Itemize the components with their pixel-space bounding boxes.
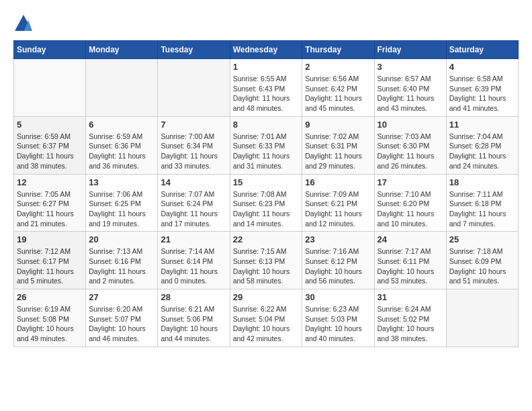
weekday-header: Thursday: [302, 41, 374, 59]
day-info: Sunrise: 7:02 AM Sunset: 6:31 PM Dayligh…: [305, 132, 371, 171]
day-number: 12: [17, 177, 83, 187]
calendar-cell: 20Sunrise: 7:13 AM Sunset: 6:16 PM Dayli…: [86, 232, 158, 289]
calendar-body: 1Sunrise: 6:55 AM Sunset: 6:43 PM Daylig…: [14, 59, 519, 347]
calendar-week-row: 19Sunrise: 7:12 AM Sunset: 6:17 PM Dayli…: [14, 232, 519, 289]
calendar-table: SundayMondayTuesdayWednesdayThursdayFrid…: [13, 40, 519, 347]
calendar-week-row: 5Sunrise: 6:59 AM Sunset: 6:37 PM Daylig…: [14, 116, 519, 174]
day-number: 10: [378, 120, 443, 130]
weekday-header: Sunday: [14, 41, 86, 59]
calendar-cell: 23Sunrise: 7:16 AM Sunset: 6:12 PM Dayli…: [302, 232, 374, 289]
day-number: 21: [161, 234, 226, 244]
calendar-week-row: 1Sunrise: 6:55 AM Sunset: 6:43 PM Daylig…: [14, 59, 519, 117]
calendar-cell: 1Sunrise: 6:55 AM Sunset: 6:43 PM Daylig…: [230, 59, 302, 117]
day-info: Sunrise: 7:15 AM Sunset: 6:13 PM Dayligh…: [233, 246, 300, 286]
day-info: Sunrise: 6:19 AM Sunset: 5:08 PM Dayligh…: [17, 304, 83, 344]
calendar-cell: 8Sunrise: 7:01 AM Sunset: 6:33 PM Daylig…: [230, 116, 302, 174]
calendar-cell: 30Sunrise: 6:23 AM Sunset: 5:03 PM Dayli…: [302, 289, 374, 347]
day-number: 9: [305, 120, 371, 130]
day-number: 23: [305, 234, 371, 244]
day-info: Sunrise: 6:21 AM Sunset: 5:06 PM Dayligh…: [161, 304, 226, 344]
calendar-cell: 6Sunrise: 6:59 AM Sunset: 6:36 PM Daylig…: [86, 116, 158, 174]
calendar-cell: 31Sunrise: 6:24 AM Sunset: 5:02 PM Dayli…: [374, 289, 446, 347]
weekday-header: Friday: [374, 41, 446, 59]
calendar-cell: 22Sunrise: 7:15 AM Sunset: 6:13 PM Dayli…: [230, 232, 302, 289]
calendar-cell: [14, 59, 86, 117]
calendar-cell: 10Sunrise: 7:03 AM Sunset: 6:30 PM Dayli…: [374, 116, 446, 174]
day-info: Sunrise: 7:09 AM Sunset: 6:21 PM Dayligh…: [305, 189, 371, 229]
day-info: Sunrise: 7:18 AM Sunset: 6:09 PM Dayligh…: [449, 246, 515, 286]
day-number: 4: [449, 62, 515, 72]
calendar-cell: 2Sunrise: 6:56 AM Sunset: 6:42 PM Daylig…: [302, 59, 374, 117]
day-number: 29: [233, 292, 300, 302]
day-info: Sunrise: 7:04 AM Sunset: 6:28 PM Dayligh…: [449, 132, 515, 171]
day-info: Sunrise: 6:56 AM Sunset: 6:42 PM Dayligh…: [305, 74, 371, 113]
calendar-cell: 25Sunrise: 7:18 AM Sunset: 6:09 PM Dayli…: [446, 232, 518, 289]
calendar-cell: 3Sunrise: 6:57 AM Sunset: 6:40 PM Daylig…: [374, 59, 446, 117]
day-number: 6: [89, 120, 154, 130]
calendar-cell: 28Sunrise: 6:21 AM Sunset: 5:06 PM Dayli…: [158, 289, 230, 347]
calendar-cell: 9Sunrise: 7:02 AM Sunset: 6:31 PM Daylig…: [302, 116, 374, 174]
day-info: Sunrise: 7:12 AM Sunset: 6:17 PM Dayligh…: [17, 246, 83, 286]
day-info: Sunrise: 6:22 AM Sunset: 5:04 PM Dayligh…: [233, 304, 300, 344]
day-info: Sunrise: 7:17 AM Sunset: 6:11 PM Dayligh…: [378, 246, 443, 286]
page-header: [13, 13, 519, 34]
calendar-week-row: 12Sunrise: 7:05 AM Sunset: 6:27 PM Dayli…: [14, 174, 519, 232]
calendar-cell: [158, 59, 230, 117]
day-number: 20: [89, 234, 154, 244]
calendar-cell: 29Sunrise: 6:22 AM Sunset: 5:04 PM Dayli…: [230, 289, 302, 347]
day-info: Sunrise: 6:20 AM Sunset: 5:07 PM Dayligh…: [89, 304, 154, 344]
day-number: 27: [89, 292, 154, 302]
day-number: 19: [17, 234, 83, 244]
logo: [13, 13, 36, 34]
day-number: 3: [378, 62, 443, 72]
day-info: Sunrise: 6:58 AM Sunset: 6:39 PM Dayligh…: [449, 74, 515, 113]
day-info: Sunrise: 6:55 AM Sunset: 6:43 PM Dayligh…: [233, 74, 300, 113]
weekday-header: Saturday: [446, 41, 518, 59]
day-number: 30: [305, 292, 371, 302]
day-info: Sunrise: 7:00 AM Sunset: 6:34 PM Dayligh…: [161, 132, 226, 171]
day-number: 31: [378, 292, 443, 302]
calendar-cell: 17Sunrise: 7:10 AM Sunset: 6:20 PM Dayli…: [374, 174, 446, 232]
day-number: 5: [17, 120, 83, 130]
weekday-header: Monday: [86, 41, 158, 59]
day-info: Sunrise: 6:24 AM Sunset: 5:02 PM Dayligh…: [378, 304, 443, 344]
day-info: Sunrise: 7:05 AM Sunset: 6:27 PM Dayligh…: [17, 189, 83, 229]
day-number: 17: [378, 177, 443, 187]
day-number: 18: [449, 177, 515, 187]
calendar-cell: 13Sunrise: 7:06 AM Sunset: 6:25 PM Dayli…: [86, 174, 158, 232]
day-info: Sunrise: 7:08 AM Sunset: 6:23 PM Dayligh…: [233, 189, 300, 229]
calendar-cell: 4Sunrise: 6:58 AM Sunset: 6:39 PM Daylig…: [446, 59, 518, 117]
calendar-cell: 15Sunrise: 7:08 AM Sunset: 6:23 PM Dayli…: [230, 174, 302, 232]
calendar-cell: [446, 289, 518, 347]
day-info: Sunrise: 6:23 AM Sunset: 5:03 PM Dayligh…: [305, 304, 371, 344]
day-number: 7: [161, 120, 226, 130]
calendar-cell: 19Sunrise: 7:12 AM Sunset: 6:17 PM Dayli…: [14, 232, 86, 289]
day-info: Sunrise: 7:01 AM Sunset: 6:33 PM Dayligh…: [233, 132, 300, 171]
day-number: 8: [233, 120, 300, 130]
day-number: 14: [161, 177, 226, 187]
day-number: 28: [161, 292, 226, 302]
day-number: 26: [17, 292, 83, 302]
day-info: Sunrise: 7:11 AM Sunset: 6:18 PM Dayligh…: [449, 189, 515, 229]
day-info: Sunrise: 7:06 AM Sunset: 6:25 PM Dayligh…: [89, 189, 154, 229]
day-number: 24: [378, 234, 443, 244]
calendar-cell: 27Sunrise: 6:20 AM Sunset: 5:07 PM Dayli…: [86, 289, 158, 347]
calendar-cell: 18Sunrise: 7:11 AM Sunset: 6:18 PM Dayli…: [446, 174, 518, 232]
day-info: Sunrise: 7:10 AM Sunset: 6:20 PM Dayligh…: [378, 189, 443, 229]
calendar-header-row: SundayMondayTuesdayWednesdayThursdayFrid…: [14, 41, 519, 59]
weekday-header: Tuesday: [158, 41, 230, 59]
day-number: 11: [449, 120, 515, 130]
calendar-cell: [86, 59, 158, 117]
calendar-cell: 5Sunrise: 6:59 AM Sunset: 6:37 PM Daylig…: [14, 116, 86, 174]
calendar-cell: 14Sunrise: 7:07 AM Sunset: 6:24 PM Dayli…: [158, 174, 230, 232]
calendar-cell: 12Sunrise: 7:05 AM Sunset: 6:27 PM Dayli…: [14, 174, 86, 232]
calendar-week-row: 26Sunrise: 6:19 AM Sunset: 5:08 PM Dayli…: [14, 289, 519, 347]
calendar-cell: 11Sunrise: 7:04 AM Sunset: 6:28 PM Dayli…: [446, 116, 518, 174]
logo-icon: [13, 13, 34, 34]
calendar-cell: 7Sunrise: 7:00 AM Sunset: 6:34 PM Daylig…: [158, 116, 230, 174]
calendar-cell: 21Sunrise: 7:14 AM Sunset: 6:14 PM Dayli…: [158, 232, 230, 289]
day-info: Sunrise: 7:14 AM Sunset: 6:14 PM Dayligh…: [161, 246, 226, 286]
day-info: Sunrise: 7:03 AM Sunset: 6:30 PM Dayligh…: [378, 132, 443, 171]
day-info: Sunrise: 7:16 AM Sunset: 6:12 PM Dayligh…: [305, 246, 371, 286]
day-number: 15: [233, 177, 300, 187]
